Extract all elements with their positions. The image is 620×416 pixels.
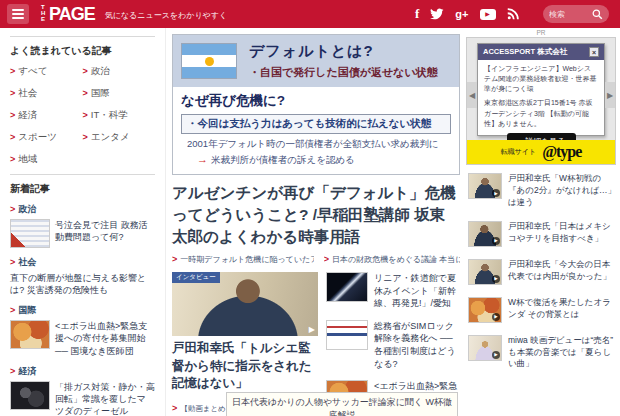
social-links: f g+ ▶ — [415, 0, 519, 28]
category-link-economy[interactable]: >経済 — [10, 109, 83, 122]
category-link-region[interactable]: >地域 — [10, 153, 83, 166]
youtube-icon[interactable]: ▶ — [480, 9, 496, 20]
site-logo[interactable]: THE PAGE — [41, 4, 95, 25]
play-icon: ▶ — [492, 275, 500, 283]
search-input[interactable] — [549, 10, 592, 19]
category-link[interactable]: >国際 — [10, 304, 155, 317]
article-link[interactable]: 号泣会見で注目 政務活動費問題って何? — [55, 219, 155, 248]
thumbnail-image — [326, 320, 368, 350]
article-link[interactable]: 「排ガス対策・静か・高回転」常識を覆したマツダのディーゼル — [55, 381, 155, 416]
category-link-sports[interactable]: >スポーツ — [10, 131, 83, 144]
related-link[interactable]: >日本の財政危機をめぐる議論 本当に危機的な… — [324, 254, 460, 265]
list-item: >社会 直下の断層が地盤に与える影響とは? 災害誘発の危険性も — [10, 256, 155, 296]
header: THE PAGE 気になるニュースをわかりやすく f g+ ▶ — [0, 0, 620, 28]
ad-title: ACCESSPORT 株式会社 — [483, 47, 567, 57]
category-link-international[interactable]: >国際 — [83, 87, 156, 100]
infographic-title: デフォルトとは? — [249, 42, 438, 61]
search-box — [543, 5, 609, 23]
new-articles-title: 新着記事 — [10, 182, 155, 196]
wcup-banner-link[interactable]: 日本代表ゆかりの人物やサッカー評論家に聞く W杯徹底解説 — [226, 392, 458, 416]
thumbnail-image: ▶ — [468, 173, 502, 199]
article-link: miwa 映画デビューは“売名”も本業の音楽では「夏らしい曲」 — [508, 335, 618, 371]
category-link-it-science[interactable]: >IT・科学 — [83, 109, 156, 122]
argentina-flag-image — [181, 43, 237, 79]
thumbnail-image — [10, 320, 50, 349]
red-arrow-icon: → — [197, 153, 208, 165]
chevron-icon: > — [10, 66, 15, 76]
chevron-icon: > — [83, 132, 88, 142]
atype-logo: @type — [542, 143, 581, 161]
category-link-society[interactable]: >社会 — [10, 87, 83, 100]
chevron-icon: > — [324, 254, 329, 264]
chevron-icon: > — [10, 305, 15, 315]
rss-icon[interactable] — [507, 8, 519, 20]
category-nav: >すべて >政治 >社会 >国際 >経済 >IT・科学 >スポーツ >エンタメ … — [10, 65, 155, 166]
list-item[interactable]: リニア・鉄道館で夏休みイベント「新幹線、再発見!」/愛知 — [326, 272, 460, 310]
list-item[interactable]: 総務省がSIMロック解除を義務化へ ── 各種割引制度はどうなる? — [326, 320, 460, 370]
feature-headline-link[interactable]: 戸田和幸氏「トルシエ監督から特に指示をされた記憶はない」 — [172, 340, 318, 393]
chevron-icon: > — [10, 154, 15, 164]
feature-photo[interactable]: インタビュー ▶ — [172, 272, 318, 336]
play-icon: ▶ — [309, 325, 315, 334]
infographic-boxed-text: ・今回は支払う力はあっても技術的に払えない状態 — [181, 114, 451, 134]
article-link: リニア・鉄道館で夏休みイベント「新幹線、再発見!」/愛知 — [374, 272, 460, 310]
atype-banner-link[interactable]: 転職サイト @type — [467, 140, 615, 164]
site-tagline: 気になるニュースをわかりやすく — [105, 10, 227, 21]
category-link[interactable]: >経済 — [10, 365, 155, 378]
thumbnail-image — [10, 381, 50, 410]
ad-popup[interactable]: ACCESSPORT 株式会社 × 【インフラエンジニア】Webシステム関連の業… — [477, 43, 605, 136]
logo-page: PAGE — [49, 3, 95, 25]
facebook-icon[interactable]: f — [415, 6, 419, 22]
main-headline-link[interactable]: アルゼンチンが再び「デフォルト」危機ってどういうこと? /早稲田塾講師 坂東太郎… — [172, 182, 460, 248]
article-link[interactable]: <エボラ出血熱>緊急支援への寄付を募集開始 ── 国境なき医師団 — [55, 320, 155, 356]
category-link-all[interactable]: >すべて — [10, 65, 83, 78]
thumbnail-image: ▶ — [468, 259, 502, 285]
article-link[interactable]: 直下の断層が地盤に与える影響とは? 災害誘発の危険性も — [10, 272, 155, 296]
article-link: W杯で復活を果たしたオランダ その背景とは — [508, 297, 618, 323]
chevron-icon: > — [172, 254, 177, 264]
list-item[interactable]: ▶ W杯で復活を果たしたオランダ その背景とは — [468, 297, 618, 323]
chevron-icon: > — [10, 204, 15, 214]
search-icon — [592, 9, 603, 20]
category-link-politics[interactable]: >政治 — [83, 65, 156, 78]
list-item[interactable]: ▶ 戸田和幸氏「W杯初戦の『あの2分』がなければ…」は違う — [468, 173, 618, 209]
infographic-question: なぜ再び危機に? — [181, 92, 451, 110]
carousel-prev-button[interactable]: ◀ — [467, 82, 477, 108]
popular-articles-title: よく読まれている記事 — [10, 44, 155, 58]
list-item[interactable]: ▶ 戸田和幸氏「今大会の日本代表では内田が良かった」 — [468, 259, 618, 285]
play-icon: ▶ — [492, 351, 500, 359]
list-item[interactable]: ▶ miwa 映画デビューは“売名”も本業の音楽では「夏らしい曲」 — [468, 335, 618, 371]
article-link: 戸田和幸氏「W杯初戦の『あの2分』がなければ…」は違う — [508, 173, 618, 209]
thumbnail-image: ▶ — [468, 335, 502, 361]
pr-label: PR — [462, 28, 620, 37]
list-item: >経済 「排ガス対策・静か・高回転」常識を覆したマツダのディーゼル — [10, 365, 155, 416]
related-links: >一時期デフォルト危機に陥っていたアメリカの… >日本の財政危機をめぐる議論 本… — [172, 254, 460, 265]
menu-button[interactable] — [7, 4, 29, 24]
featured-infographic[interactable]: デフォルトとは? ・自国で発行した国債が返せない状態 なぜ再び危機に? ・今回は… — [172, 34, 460, 175]
carousel-next-button[interactable]: ▶ — [605, 82, 615, 108]
chevron-icon: > — [83, 88, 88, 98]
article-link: 戸田和幸氏「今大会の日本代表では内田が良かった」 — [508, 259, 618, 285]
googleplus-icon[interactable]: g+ — [455, 8, 468, 20]
infographic-line: →米裁判所が債権者の訴えを認める — [197, 153, 451, 167]
left-sidebar: よく読まれている記事 >すべて >政治 >社会 >国際 >経済 >IT・科学 >… — [0, 28, 166, 416]
chevron-icon: > — [10, 366, 15, 376]
logo-the: THE — [41, 5, 48, 22]
related-link[interactable]: >一時期デフォルト危機に陥っていたアメリカの… — [172, 254, 314, 265]
category-link[interactable]: >社会 — [10, 256, 155, 269]
article-link: 総務省がSIMロック解除を義務化へ ── 各種割引制度はどうなる? — [374, 320, 460, 370]
twitter-icon[interactable] — [430, 8, 444, 20]
close-icon[interactable]: × — [589, 47, 599, 57]
chevron-icon: > — [83, 66, 88, 76]
ad-body-text: 【インフラエンジニア】Webシステム関連の業務経験者歓迎・世界基準が身につく環 — [484, 64, 598, 94]
video-article-list: ▶ 戸田和幸氏「W杯初戦の『あの2分』がなければ…」は違う ▶ 戸田和幸氏「日本… — [462, 173, 620, 370]
video-badge: インタビュー — [172, 272, 220, 283]
ad-carousel: ◀ ▶ ACCESSPORT 株式会社 × 【インフラエンジニア】Webシステム… — [466, 37, 616, 165]
ad-body-text: 東京都港区赤坂2丁目15番1号 赤坂ガーデンシティ3階 【転勤の可能性】ありませ… — [484, 98, 598, 128]
thumbnail-image — [10, 219, 50, 248]
play-icon: ▶ — [492, 189, 500, 197]
category-link[interactable]: >政治 — [10, 203, 155, 216]
play-icon: ▶ — [492, 313, 500, 321]
list-item[interactable]: ▶ 戸田和幸氏「日本はメキシコやチリを目指すべき」 — [468, 221, 618, 247]
category-link-entertainment[interactable]: >エンタメ — [83, 131, 156, 144]
